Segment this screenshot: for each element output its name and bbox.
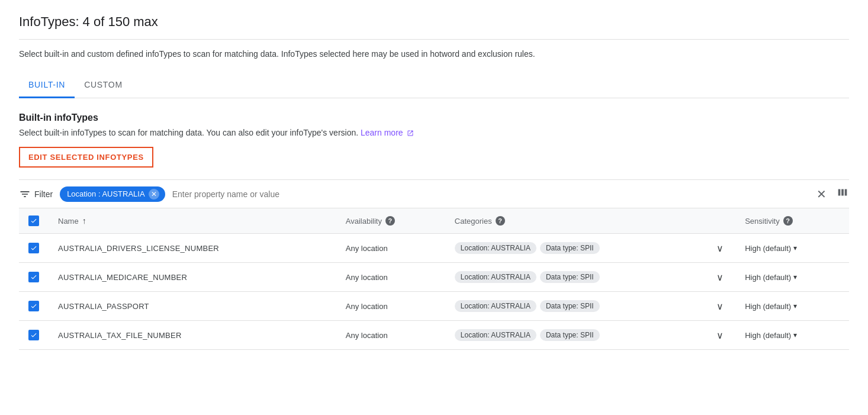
- table-row: AUSTRALIA_MEDICARE_NUMBERAny locationLoc…: [19, 263, 849, 292]
- columns-toggle-button[interactable]: [836, 186, 849, 202]
- category-tag: Location: AUSTRALIA: [455, 271, 536, 283]
- sensitivity-dropdown-3[interactable]: High (default)▾: [745, 331, 840, 340]
- table-row: AUSTRALIA_PASSPORTAny locationLocation: …: [19, 292, 849, 321]
- expand-row-icon[interactable]: ∨: [716, 330, 724, 340]
- th-availability-label: Availability: [346, 217, 382, 226]
- filter-chip-label: Location : AUSTRALIA: [67, 189, 145, 198]
- filter-label-container: Filter: [19, 188, 53, 200]
- filter-actions: ✕: [816, 186, 849, 202]
- availability-help-icon[interactable]: ?: [385, 216, 395, 226]
- learn-more-link[interactable]: Learn more: [361, 128, 413, 137]
- th-categories-label: Categories: [455, 217, 492, 226]
- row-availability-cell: Any location: [336, 292, 445, 321]
- row-checkbox-cell: [19, 321, 49, 350]
- sensitivity-value: High (default): [745, 302, 791, 311]
- filter-icon: [19, 188, 31, 200]
- th-name-label: Name: [58, 217, 79, 226]
- expand-row-icon[interactable]: ∨: [716, 301, 724, 311]
- row-availability-cell: Any location: [336, 263, 445, 292]
- th-checkbox: [19, 208, 49, 234]
- row-checkbox-1[interactable]: [28, 272, 39, 282]
- th-categories: Categories ?: [445, 208, 707, 234]
- section-description: Select built-in infoTypes to scan for ma…: [19, 128, 849, 137]
- row-availability-cell: Any location: [336, 234, 445, 263]
- sensitivity-help-icon[interactable]: ?: [783, 216, 793, 226]
- category-tag: Data type: SPII: [540, 242, 600, 254]
- row-categories-cell: Location: AUSTRALIAData type: SPII: [445, 234, 707, 263]
- edit-selected-infotypes-button[interactable]: EDIT SELECTED INFOTYPES: [19, 147, 153, 168]
- category-tag: Data type: SPII: [540, 300, 600, 312]
- filter-chip-close-icon[interactable]: ✕: [149, 189, 159, 200]
- row-expand-cell: ∨: [707, 234, 735, 263]
- category-tag: Data type: SPII: [540, 329, 600, 341]
- filter-chip-australia[interactable]: Location : AUSTRALIA ✕: [60, 186, 165, 202]
- expand-row-icon[interactable]: ∨: [716, 272, 724, 282]
- row-checkbox-0[interactable]: [28, 243, 39, 253]
- sensitivity-dropdown-2[interactable]: High (default)▾: [745, 302, 840, 311]
- row-sensitivity-cell: High (default)▾: [735, 292, 849, 321]
- row-sensitivity-cell: High (default)▾: [735, 234, 849, 263]
- row-sensitivity-cell: High (default)▾: [735, 321, 849, 350]
- row-checkbox-3[interactable]: [28, 330, 39, 340]
- row-name-cell: AUSTRALIA_TAX_FILE_NUMBER: [49, 321, 336, 350]
- sensitivity-drop-arrow-icon[interactable]: ▾: [793, 273, 797, 281]
- row-expand-cell: ∨: [707, 263, 735, 292]
- sensitivity-drop-arrow-icon[interactable]: ▾: [793, 331, 797, 339]
- sensitivity-value: High (default): [745, 331, 791, 340]
- row-expand-cell: ∨: [707, 292, 735, 321]
- sensitivity-drop-arrow-icon[interactable]: ▾: [793, 244, 797, 252]
- page-title: InfoTypes: 4 of 150 max: [19, 14, 849, 30]
- section-title: Built-in infoTypes: [19, 112, 849, 123]
- category-tag: Location: AUSTRALIA: [455, 300, 536, 312]
- row-sensitivity-cell: High (default)▾: [735, 263, 849, 292]
- th-sensitivity-label: Sensitivity: [745, 217, 780, 226]
- categories-help-icon[interactable]: ?: [496, 216, 505, 226]
- header-checkbox[interactable]: [28, 215, 39, 226]
- sensitivity-dropdown-1[interactable]: High (default)▾: [745, 273, 840, 282]
- table-row: AUSTRALIA_TAX_FILE_NUMBERAny locationLoc…: [19, 321, 849, 350]
- row-checkbox-cell: [19, 263, 49, 292]
- row-categories-cell: Location: AUSTRALIAData type: SPII: [445, 292, 707, 321]
- row-name-cell: AUSTRALIA_DRIVERS_LICENSE_NUMBER: [49, 234, 336, 263]
- sensitivity-value: High (default): [745, 244, 791, 253]
- row-expand-cell: ∨: [707, 321, 735, 350]
- sensitivity-dropdown-0[interactable]: High (default)▾: [745, 244, 840, 253]
- table-row: AUSTRALIA_DRIVERS_LICENSE_NUMBERAny loca…: [19, 234, 849, 263]
- header-divider: [19, 39, 849, 40]
- category-tag: Data type: SPII: [540, 271, 600, 283]
- th-name: Name ↑: [49, 208, 336, 234]
- filter-input[interactable]: [172, 189, 809, 199]
- th-sensitivity: Sensitivity ?: [735, 208, 849, 234]
- category-tag: Location: AUSTRALIA: [455, 329, 536, 341]
- sensitivity-value: High (default): [745, 273, 791, 282]
- filter-text-label: Filter: [34, 189, 53, 199]
- tab-custom[interactable]: CUSTOM: [75, 73, 132, 98]
- sort-arrow-icon[interactable]: ↑: [82, 216, 86, 226]
- filter-bar: Filter Location : AUSTRALIA ✕ ✕: [19, 179, 849, 208]
- tab-built-in[interactable]: BUILT-IN: [19, 73, 75, 98]
- row-name-cell: AUSTRALIA_MEDICARE_NUMBER: [49, 263, 336, 292]
- row-checkbox-cell: [19, 292, 49, 321]
- row-checkbox-2[interactable]: [28, 301, 39, 311]
- row-name-cell: AUSTRALIA_PASSPORT: [49, 292, 336, 321]
- th-availability: Availability ?: [336, 208, 445, 234]
- row-categories-cell: Location: AUSTRALIAData type: SPII: [445, 321, 707, 350]
- expand-row-icon[interactable]: ∨: [716, 243, 724, 253]
- external-link-icon: [407, 130, 414, 137]
- row-checkbox-cell: [19, 234, 49, 263]
- section-container: Built-in infoTypes Select built-in infoT…: [19, 112, 849, 179]
- table-header-row: Name ↑ Availability ? Categories ? Se: [19, 208, 849, 234]
- sensitivity-drop-arrow-icon[interactable]: ▾: [793, 302, 797, 310]
- row-categories-cell: Location: AUSTRALIAData type: SPII: [445, 263, 707, 292]
- tab-bar: BUILT-IN CUSTOM: [19, 73, 849, 98]
- category-tag: Location: AUSTRALIA: [455, 242, 536, 254]
- infotypes-table: Name ↑ Availability ? Categories ? Se: [19, 208, 849, 350]
- filter-clear-button[interactable]: ✕: [816, 188, 827, 200]
- th-expand: [707, 208, 735, 234]
- page-description: Select built-in and custom defined infoT…: [19, 49, 849, 59]
- row-availability-cell: Any location: [336, 321, 445, 350]
